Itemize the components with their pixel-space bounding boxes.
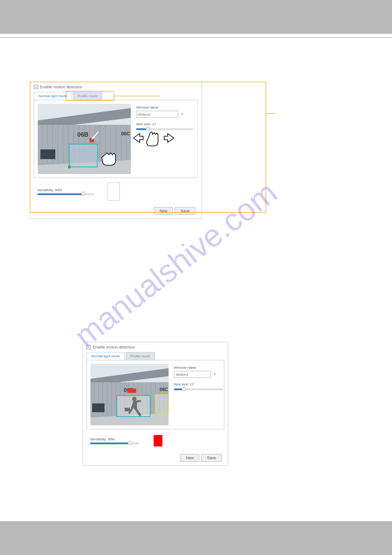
tab-normal-light[interactable]: Normal light mode bbox=[86, 352, 125, 360]
window-name-label: Window name bbox=[174, 366, 223, 370]
mode-tabs: Normal light mode Profile mode bbox=[34, 92, 198, 100]
enable-motion-checkbox[interactable]: ✓ bbox=[86, 345, 91, 349]
motion-level-indicator bbox=[152, 434, 164, 448]
building-sign-06c: 06C bbox=[160, 387, 168, 392]
tab-normal-light[interactable]: Normal light mode bbox=[34, 92, 72, 100]
svg-rect-47 bbox=[92, 403, 104, 412]
save-button[interactable]: Save bbox=[175, 207, 195, 215]
svg-rect-23 bbox=[68, 166, 71, 168]
save-button[interactable]: Save bbox=[201, 454, 222, 462]
tab-profile-mode[interactable]: Profile mode bbox=[73, 92, 102, 100]
item-size-slider[interactable] bbox=[136, 128, 193, 130]
motion-detection-panel-1: ✓ Enable motion detection Normal light m… bbox=[30, 82, 202, 219]
building-sign-06b: 06B bbox=[77, 131, 89, 138]
item-size-label: Item size: 17 bbox=[174, 382, 223, 386]
svg-rect-22 bbox=[69, 144, 97, 167]
building-sign-06c: 06C bbox=[121, 131, 130, 136]
svg-rect-20 bbox=[40, 149, 55, 159]
enable-motion-row: ✓ Enable motion detection bbox=[86, 345, 224, 349]
motion-level-indicator bbox=[108, 182, 120, 201]
motion-detection-panel-2: ✓ Enable motion detection Normal light m… bbox=[83, 342, 228, 466]
camera-preview[interactable]: 06B 06C bbox=[90, 364, 169, 425]
svg-rect-51 bbox=[127, 388, 136, 393]
sensitivity-label: Sensitivity: 80% bbox=[37, 188, 94, 192]
camera-preview[interactable]: 06B 06C bbox=[38, 104, 131, 174]
delete-window-icon[interactable]: ✕ bbox=[213, 372, 216, 377]
mode-tabs: Normal light mode Profile mode bbox=[86, 352, 224, 360]
delete-window-icon[interactable]: ✕ bbox=[180, 112, 184, 116]
sensitivity-label: Sensitivity: 80% bbox=[90, 437, 139, 441]
window-name-label: Window name bbox=[136, 105, 194, 109]
new-button[interactable]: New bbox=[154, 207, 173, 215]
window-name-input[interactable] bbox=[136, 111, 178, 118]
new-button[interactable]: New bbox=[180, 454, 199, 462]
enable-motion-checkbox[interactable]: ✓ bbox=[34, 85, 38, 89]
enable-motion-row: ✓ Enable motion detection bbox=[34, 85, 198, 89]
svg-rect-53 bbox=[125, 408, 130, 411]
enable-motion-label: Enable motion detection bbox=[40, 85, 83, 89]
item-size-slider[interactable] bbox=[174, 388, 223, 390]
item-size-label: Item size: 17 bbox=[136, 122, 194, 126]
tab-profile-mode[interactable]: Profile mode bbox=[126, 352, 155, 360]
sensitivity-slider[interactable] bbox=[90, 443, 139, 444]
svg-point-52 bbox=[132, 397, 137, 401]
window-name-input[interactable] bbox=[174, 371, 211, 378]
enable-motion-label: Enable motion detection bbox=[93, 345, 135, 349]
svg-rect-50 bbox=[155, 395, 168, 413]
sensitivity-slider[interactable] bbox=[37, 193, 94, 195]
